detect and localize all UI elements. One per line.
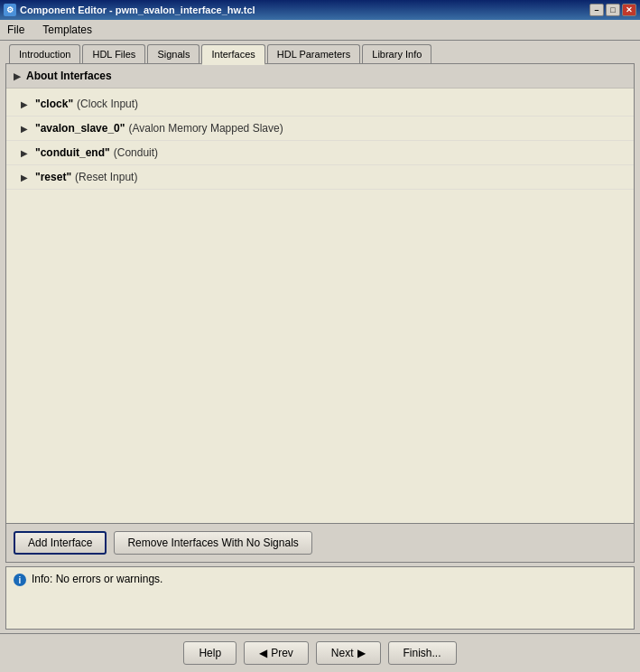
minimize-button[interactable]: – bbox=[589, 4, 604, 16]
section-title: About Interfaces bbox=[26, 70, 112, 82]
window-title: Component Editor - pwm_avalon_interface_… bbox=[20, 5, 255, 15]
app-icon: ⚙ bbox=[4, 4, 16, 16]
status-area: i Info: No errors or warnings. bbox=[5, 566, 635, 630]
conduit-name: "conduit_end" bbox=[35, 146, 110, 159]
action-buttons: Add Interface Remove Interfaces With No … bbox=[6, 523, 634, 562]
reset-name: "reset" bbox=[35, 171, 71, 183]
tab-introduction[interactable]: Introduction bbox=[9, 44, 80, 63]
maximize-button[interactable]: □ bbox=[606, 4, 620, 16]
tabs-bar: Introduction HDL Files Signals Interface… bbox=[5, 41, 635, 63]
next-label: Next bbox=[331, 647, 354, 659]
footer-buttons: Help ◀ Prev Next ▶ Finish... bbox=[0, 633, 640, 672]
menu-templates[interactable]: Templates bbox=[39, 22, 96, 38]
clock-type: (Clock Input) bbox=[77, 98, 138, 110]
section-arrow[interactable]: ▶ bbox=[14, 71, 21, 81]
reset-arrow: ▶ bbox=[21, 173, 28, 182]
prev-arrow-icon: ◀ bbox=[259, 647, 267, 659]
interface-clock[interactable]: ▶ "clock" (Clock Input) bbox=[6, 92, 634, 117]
tab-interfaces[interactable]: Interfaces bbox=[201, 44, 264, 65]
clock-name: "clock" bbox=[35, 98, 73, 110]
interface-reset[interactable]: ▶ "reset" (Reset Input) bbox=[6, 165, 634, 190]
info-icon: i bbox=[14, 574, 26, 586]
prev-label: Prev bbox=[271, 647, 293, 659]
menu-bar: File Templates bbox=[0, 20, 640, 41]
interface-avalon-slave[interactable]: ▶ "avalon_slave_0" (Avalon Memory Mapped… bbox=[6, 117, 634, 141]
menu-file[interactable]: File bbox=[4, 22, 28, 38]
help-button[interactable]: Help bbox=[183, 641, 237, 665]
tab-hdl-files[interactable]: HDL Files bbox=[82, 44, 145, 63]
interface-conduit-end[interactable]: ▶ "conduit_end" (Conduit) bbox=[6, 141, 634, 165]
finish-button[interactable]: Finish... bbox=[388, 641, 457, 665]
tab-signals[interactable]: Signals bbox=[147, 44, 199, 63]
remove-interfaces-button[interactable]: Remove Interfaces With No Signals bbox=[114, 531, 311, 555]
avalon-type: (Avalon Memory Mapped Slave) bbox=[128, 122, 283, 135]
prev-button[interactable]: ◀ Prev bbox=[244, 641, 309, 665]
interfaces-list: ▶ "clock" (Clock Input) ▶ "avalon_slave_… bbox=[6, 89, 634, 523]
avalon-name: "avalon_slave_0" bbox=[35, 122, 125, 135]
add-interface-button[interactable]: Add Interface bbox=[14, 531, 107, 555]
main-content: ▶ About Interfaces ▶ "clock" (Clock Inpu… bbox=[5, 63, 635, 563]
title-bar-controls: – □ ✕ bbox=[589, 4, 636, 16]
close-button[interactable]: ✕ bbox=[622, 4, 636, 16]
avalon-arrow: ▶ bbox=[21, 124, 28, 134]
next-button[interactable]: Next ▶ bbox=[316, 641, 381, 665]
conduit-arrow: ▶ bbox=[21, 148, 28, 158]
tab-hdl-parameters[interactable]: HDL Parameters bbox=[267, 44, 361, 63]
section-header: ▶ About Interfaces bbox=[6, 64, 634, 89]
status-message: Info: No errors or warnings. bbox=[32, 573, 162, 585]
reset-type: (Reset Input) bbox=[75, 171, 137, 183]
conduit-type: (Conduit) bbox=[114, 146, 158, 159]
clock-arrow: ▶ bbox=[21, 99, 28, 109]
title-bar: ⚙ Component Editor - pwm_avalon_interfac… bbox=[0, 0, 640, 20]
title-bar-left: ⚙ Component Editor - pwm_avalon_interfac… bbox=[4, 4, 255, 16]
next-arrow-icon: ▶ bbox=[357, 647, 366, 659]
tab-library-info[interactable]: Library Info bbox=[362, 44, 431, 63]
